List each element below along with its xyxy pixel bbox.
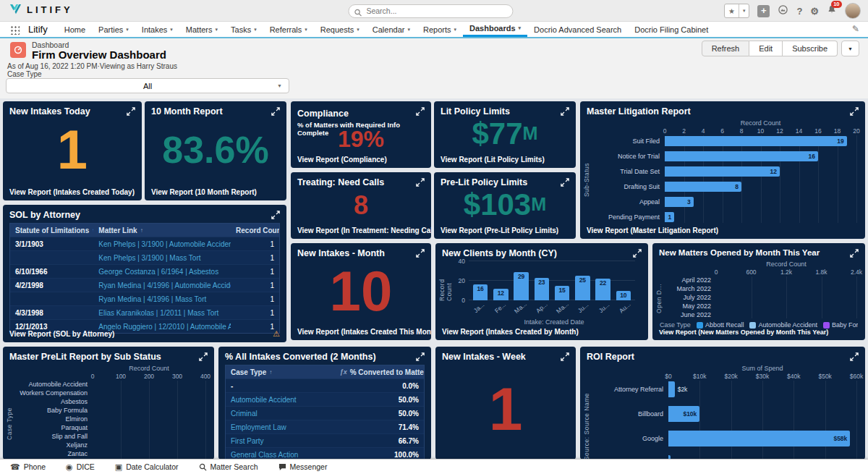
case-type-filter[interactable]: All ▼ [6, 78, 289, 93]
utility-phone[interactable]: ☎Phone [0, 460, 56, 474]
tab-calendar[interactable]: Calendar▾ [366, 22, 417, 37]
chart-bar[interactable] [665, 136, 847, 146]
utility-matter-search[interactable]: Matter Search [189, 460, 268, 474]
chart-category-label: April 2022 [661, 276, 716, 284]
trailhead-icon[interactable] [778, 4, 788, 18]
view-report-link[interactable]: View Report (Intakes Created Today) [9, 188, 135, 196]
case-type-link[interactable]: Automobile Accident [226, 393, 335, 406]
axis-tick-label: 20 [853, 127, 859, 135]
view-report-link[interactable]: View Report (SOL by Attorney) [9, 330, 114, 338]
case-type-link[interactable]: Criminal [226, 407, 335, 420]
chart-bar[interactable] [668, 431, 850, 447]
matter-link[interactable]: Ken Phelps | 3/1900 | Automobile Acciden… [93, 237, 231, 250]
view-report-link[interactable]: View Report (Intakes Created This Month) [297, 328, 431, 336]
view-report-link[interactable]: View Report (Compliance) [297, 156, 387, 164]
tab-docrio-advanced-search[interactable]: Docrio Advanced Search [527, 22, 628, 37]
edit-button[interactable]: Edit [749, 41, 783, 56]
expand-tile-icon[interactable] [850, 352, 859, 361]
tab-referrals[interactable]: Referrals▾ [263, 22, 314, 37]
tab-requests[interactable]: Requests▾ [314, 22, 366, 37]
tile-master-litigation-report: Master Litigation Report Record Count024… [580, 101, 865, 239]
tab-intakes[interactable]: Intakes▾ [135, 22, 179, 37]
search-input[interactable] [348, 4, 513, 18]
view-report-link[interactable]: View Report (Lit Policy Limits) [441, 156, 545, 164]
chart-bar[interactable]: 10 [616, 291, 631, 301]
expand-tile-icon[interactable] [271, 211, 280, 219]
table-row: First Party66.7% [226, 433, 424, 447]
matter-link[interactable]: Ryan Medina | 4/1996 | Mass Tort [93, 292, 231, 305]
expand-tile-icon[interactable] [271, 107, 280, 116]
tab-tasks[interactable]: Tasks▾ [224, 22, 263, 37]
view-report-link[interactable]: View Report (New Matters Opened by Month… [659, 329, 828, 336]
view-report-link[interactable]: View Report (Intakes Created by Month) [442, 328, 579, 336]
chart-bar[interactable]: 22 [595, 279, 610, 300]
axis-tick-label: 6 [720, 127, 724, 135]
chart-bar[interactable]: 15 [555, 286, 569, 300]
expand-tile-icon[interactable] [416, 352, 425, 361]
case-type-link[interactable]: Employment Law [226, 420, 335, 433]
tab-parties[interactable]: Parties▾ [92, 22, 135, 37]
case-type-link[interactable]: First Party [226, 434, 335, 447]
utility-dice[interactable]: ◉DICE [56, 460, 105, 474]
view-report-link[interactable]: View Report (10 Month Report) [151, 188, 257, 196]
expand-tile-icon[interactable] [850, 249, 859, 258]
tab-docrio-filing-cabinet[interactable]: Docrio Filing Cabinet [628, 22, 715, 37]
edit-nav-pencil-icon[interactable]: ✎ [852, 24, 859, 34]
app-launcher-icon[interactable] [10, 25, 20, 35]
chart-bar[interactable]: 16 [473, 284, 488, 300]
header-icons: ★ ▾ + ? ⚙ 10 [724, 3, 861, 19]
subscribe-button[interactable]: Subscribe [783, 41, 838, 56]
favorites-caret-icon[interactable]: ▾ [739, 4, 749, 17]
chart-bar[interactable] [665, 151, 818, 161]
tab-dashboards[interactable]: Dashboards▾ [463, 22, 527, 37]
axis-tick-label: 400 [200, 373, 210, 380]
expand-tile-icon[interactable] [416, 249, 425, 258]
view-report-link[interactable]: View Report (Master Litigation Report) [587, 227, 718, 234]
column-header[interactable]: Case Type↑ [226, 365, 335, 378]
kpi-value: 83.6% [145, 117, 286, 182]
notifications-bell-icon[interactable]: 10 [827, 4, 837, 17]
chart-bar[interactable] [665, 182, 741, 192]
gridline [799, 135, 800, 223]
utility-messenger[interactable]: Messenger [268, 460, 338, 474]
chart-bar[interactable]: 25 [575, 276, 590, 300]
chart-bar[interactable]: 23 [535, 278, 549, 300]
favorites-button[interactable]: ★ ▾ [724, 4, 749, 18]
expand-tile-icon[interactable] [633, 249, 642, 258]
tab-reports[interactable]: Reports▾ [417, 22, 463, 37]
star-icon[interactable]: ★ [725, 4, 739, 17]
case-type-link[interactable]: General Class Action [226, 448, 335, 460]
tab-home[interactable]: Home [58, 22, 92, 37]
chart-bar[interactable] [668, 381, 675, 397]
expand-tile-icon[interactable] [416, 107, 425, 116]
gridline [723, 135, 723, 223]
tab-matters[interactable]: Matters▾ [179, 22, 224, 37]
expand-tile-icon[interactable] [416, 178, 425, 187]
setup-gear-icon[interactable]: ⚙ [810, 6, 819, 17]
matter-link[interactable]: Ryan Medina | 4/1996 | Automobile Accide… [93, 279, 231, 292]
view-report-link[interactable]: View Report (Pre-Lit Policy Limits) [441, 227, 558, 234]
expand-tile-icon[interactable] [199, 352, 208, 361]
quick-add-icon[interactable]: + [757, 5, 770, 17]
refresh-button[interactable]: Refresh [702, 41, 750, 56]
matter-link[interactable]: Ken Phelps | 3/1900 | Mass Tort [93, 251, 231, 264]
help-icon[interactable]: ? [796, 6, 802, 17]
column-header[interactable]: Statute of Limitations↑ [10, 224, 93, 237]
avatar[interactable] [845, 3, 861, 19]
view-report-link[interactable]: View Report (In Treatment: Needing Calls… [297, 227, 431, 234]
expand-tile-icon[interactable] [127, 107, 135, 116]
search-icon [354, 7, 362, 20]
more-actions-button[interactable]: ▼ [841, 41, 859, 56]
matter-link[interactable]: Elias Karanikolas | 1/2011 | Mass Tort [93, 306, 231, 319]
chart-bar[interactable] [665, 166, 780, 177]
chart-bar[interactable]: 29 [514, 272, 528, 300]
utility-date-calculator[interactable]: ▣Date Calculator [105, 460, 189, 474]
chart-bar[interactable]: 12 [493, 289, 508, 300]
expand-tile-icon[interactable] [561, 352, 569, 361]
column-header[interactable]: Record Count [231, 224, 279, 237]
column-header[interactable]: Matter Link↑ [93, 224, 231, 237]
tile-new-clients-by-month: New Clients by Month (CY) 02040161229231… [435, 243, 648, 340]
expand-tile-icon[interactable] [850, 107, 859, 116]
column-header[interactable]: ƒx% Converted to Matters [335, 365, 424, 378]
matter-link[interactable]: George Costanza | 6/1964 | Asbestos [93, 265, 231, 278]
